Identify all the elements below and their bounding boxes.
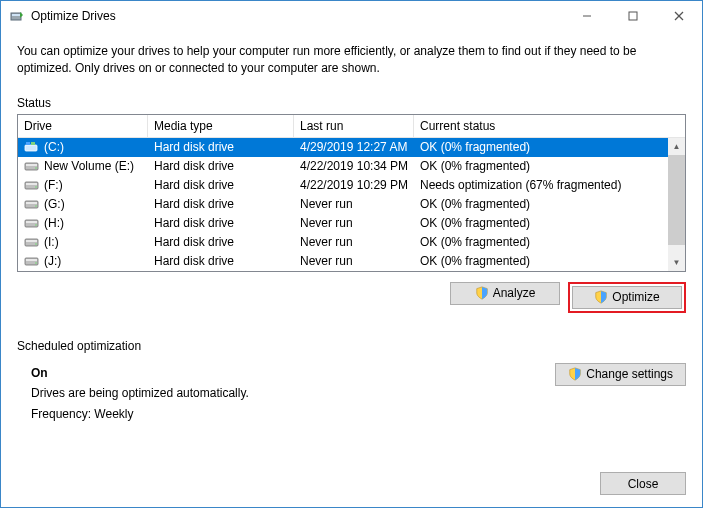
close-button[interactable]: Close [600,472,686,495]
close-label: Close [628,477,659,491]
schedule-state: On [31,363,555,383]
analyze-button[interactable]: Analyze [450,282,560,305]
drive-name: New Volume (E:) [44,159,134,173]
optimize-button[interactable]: Optimize [572,286,682,309]
current-status: OK (0% fragmented) [414,159,662,173]
scroll-up-arrow-icon[interactable]: ▲ [668,138,685,155]
close-window-button[interactable] [656,1,702,31]
media-type: Hard disk drive [148,235,294,249]
media-type: Hard disk drive [148,140,294,154]
svg-rect-6 [25,145,37,151]
drive-name: (C:) [44,140,64,154]
change-settings-button[interactable]: Change settings [555,363,686,386]
svg-point-26 [35,262,37,264]
column-last-run[interactable]: Last run [294,115,414,137]
current-status: Needs optimization (67% fragmented) [414,178,662,192]
svg-rect-7 [26,142,30,145]
svg-rect-1 [12,14,20,16]
change-settings-label: Change settings [586,367,673,381]
bottom-bar: Close [1,462,702,507]
current-status: OK (0% fragmented) [414,197,662,211]
media-type: Hard disk drive [148,159,294,173]
drive-name: (J:) [44,254,61,268]
intro-text: You can optimize your drives to help you… [17,43,686,78]
drives-list: Drive Media type Last run Current status… [17,114,686,272]
last-run: Never run [294,197,414,211]
drive-icon [24,179,40,191]
svg-point-20 [35,224,37,226]
svg-rect-3 [629,12,637,20]
table-row[interactable]: (J:)Hard disk driveNever runOK (0% fragm… [18,252,685,271]
media-type: Hard disk drive [148,254,294,268]
current-status: OK (0% fragmented) [414,216,662,230]
svg-point-23 [35,243,37,245]
last-run: Never run [294,235,414,249]
analyze-label: Analyze [493,286,536,300]
titlebar: Optimize Drives [1,1,702,31]
drive-name: (H:) [44,216,64,230]
optimize-highlight: Optimize [568,282,686,313]
current-status: OK (0% fragmented) [414,140,662,154]
optimize-label: Optimize [612,290,659,304]
shield-icon [594,290,608,304]
shield-icon [568,367,582,381]
svg-rect-10 [26,164,37,166]
schedule-desc: Drives are being optimized automatically… [31,383,555,403]
svg-point-17 [35,205,37,207]
last-run: Never run [294,254,414,268]
svg-rect-25 [26,259,37,261]
table-row[interactable]: (C:)Hard disk drive4/29/2019 12:27 AMOK … [18,138,685,157]
optimize-drives-window: Optimize Drives You can optimize your dr… [0,0,703,508]
app-icon [9,8,25,24]
media-type: Hard disk drive [148,197,294,211]
list-header: Drive Media type Last run Current status [18,115,685,138]
action-button-row: Analyze Optimize [17,282,686,313]
current-status: OK (0% fragmented) [414,254,662,268]
drive-icon [24,217,40,229]
current-status: OK (0% fragmented) [414,235,662,249]
scroll-thumb[interactable] [668,155,685,245]
scheduled-label: Scheduled optimization [17,339,686,353]
last-run: 4/29/2019 12:27 AM [294,140,414,154]
drive-icon [24,160,40,172]
drive-icon [24,255,40,267]
last-run: 4/22/2019 10:29 PM [294,178,414,192]
last-run: Never run [294,216,414,230]
table-row[interactable]: New Volume (E:)Hard disk drive4/22/2019 … [18,157,685,176]
minimize-button[interactable] [564,1,610,31]
media-type: Hard disk drive [148,216,294,230]
column-drive[interactable]: Drive [18,115,148,137]
table-row[interactable]: (F:)Hard disk drive4/22/2019 10:29 PMNee… [18,176,685,195]
drive-name: (I:) [44,235,59,249]
column-status[interactable]: Current status [414,115,685,137]
drive-name: (G:) [44,197,65,211]
svg-rect-22 [26,240,37,242]
svg-point-11 [35,167,37,169]
svg-rect-16 [26,202,37,204]
table-row[interactable]: (H:)Hard disk driveNever runOK (0% fragm… [18,214,685,233]
maximize-button[interactable] [610,1,656,31]
svg-rect-8 [31,142,35,145]
column-media[interactable]: Media type [148,115,294,137]
last-run: 4/22/2019 10:34 PM [294,159,414,173]
shield-icon [475,286,489,300]
list-scrollbar[interactable]: ▲ ▼ [668,138,685,271]
svg-rect-19 [26,221,37,223]
window-title: Optimize Drives [31,9,564,23]
caption-buttons [564,1,702,31]
drive-icon [24,198,40,210]
drive-icon [24,236,40,248]
status-section-label: Status [17,96,686,110]
scroll-down-arrow-icon[interactable]: ▼ [668,254,685,271]
table-row[interactable]: (I:)Hard disk driveNever runOK (0% fragm… [18,233,685,252]
svg-point-14 [35,186,37,188]
drive-icon [24,141,40,153]
drive-name: (F:) [44,178,63,192]
table-row[interactable]: (G:)Hard disk driveNever runOK (0% fragm… [18,195,685,214]
schedule-frequency: Frequency: Weekly [31,404,555,424]
svg-rect-13 [26,183,37,185]
media-type: Hard disk drive [148,178,294,192]
scheduled-optimization-section: Scheduled optimization On Drives are bei… [17,339,686,424]
